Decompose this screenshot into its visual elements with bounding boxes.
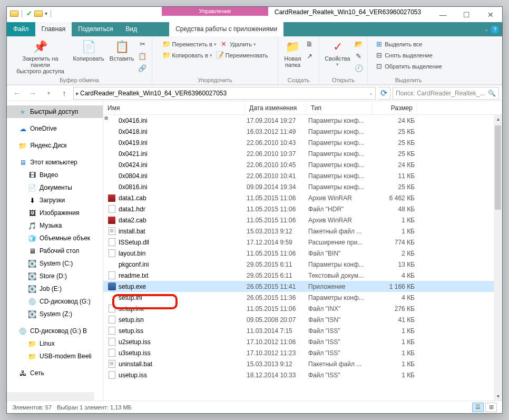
close-button[interactable]: ✕ [478,7,502,22]
file-row[interactable]: 0x0418.ini16.03.2012 11:49Параметры конф… [103,126,502,137]
file-row[interactable]: usetup.iss18.12.2014 10:33Файл "ISS"1 КБ [103,369,502,380]
tab-share[interactable]: Поделиться [72,22,119,36]
column-headers[interactable]: Имя Дата изменения Тип Размер [103,101,502,115]
easyaccess-button[interactable]: ↗ [305,51,314,62]
file-row[interactable]: data2.cab11.05.2015 11:06Архив WinRAR1 К… [103,214,502,226]
file-row[interactable]: data1.hdr11.05.2015 11:06Файл "HDR"48 КБ [103,203,502,214]
file-row[interactable]: setup.exe26.05.2015 11:41Приложение1 166… [103,281,502,292]
file-row[interactable]: 0x0416.ini17.09.2014 19:27Параметры конф… [103,115,502,126]
file-row[interactable]: layout.bin11.05.2015 11:06Файл "BIN"2 КБ [103,248,502,259]
edit-button[interactable]: ✎ [355,51,363,62]
invertselection-button[interactable]: ⊡Обратить выделение [375,61,442,72]
file-row[interactable]: uninstall.bat15.03.2013 9:12Пакетный фай… [103,358,502,369]
file-row[interactable]: 0x0424.ini22.06.2010 10:45Параметры конф… [103,159,502,170]
delete-button[interactable]: ✕Удалить ▾ [220,38,256,50]
col-type[interactable]: Тип [307,102,372,114]
pasteshortcut-button[interactable]: 🔗 [138,63,146,74]
file-row[interactable]: setup.iss11.03.2014 7:15Файл "ISS"1 КБ [103,325,502,336]
file-row[interactable]: ISSetup.dll17.12.2014 9:59Расширение при… [103,237,502,248]
nav-drive-c[interactable]: 💽System (C:) [7,257,103,270]
file-row[interactable]: data1.cab11.05.2015 11:06Архив WinRAR6 4… [103,192,502,203]
newitem-button[interactable]: 🗎 [305,38,314,50]
new-folder-icon[interactable] [34,11,43,17]
nav-onedrive[interactable]: ☁OneDrive [7,122,103,135]
nav-drive-z[interactable]: 💽System (Z:) [7,308,103,320]
nav-documents[interactable]: 📄Документы [7,181,103,194]
maximize-button[interactable]: ☐ [455,7,478,22]
tab-home[interactable]: Главная [35,22,72,36]
nav-desktop[interactable]: 🖥Рабочий стол [7,245,103,257]
nav-drive-e[interactable]: 💽Job (E:) [7,282,103,295]
file-row[interactable]: setup.inx11.05.2015 11:06Файл "INX"276 К… [103,303,502,314]
breadcrumb-bar[interactable]: ▸ CardReader_Realtek_Win10_64_VER6396002… [73,87,376,100]
newfolder-button[interactable]: 📁 Новая папка [283,38,302,69]
nav-hscrollbar[interactable] [7,392,94,401]
search-input[interactable]: Поиск: CardReader_Realtek_... 🔍 [393,87,499,100]
col-date[interactable]: Дата изменения [245,102,307,114]
selectnone-button[interactable]: ⊟Снять выделение [375,50,442,61]
col-name[interactable]: Имя [103,102,245,114]
nav-quick-access[interactable]: ★Быстрый доступ [7,105,103,118]
file-row[interactable]: 0x0421.ini22.06.2010 10:37Параметры конф… [103,148,502,159]
refresh-button[interactable]: ⟳ [378,87,390,100]
nav-videos[interactable]: 🎞Видео [7,169,103,181]
vscrollbar[interactable]: ▴ ▾ [494,115,502,401]
scroll-up-icon[interactable]: ▴ [494,115,502,123]
paste-button[interactable]: 📋 Вставить [109,38,135,63]
help-icon[interactable]: ? [491,25,499,34]
scroll-down-icon[interactable]: ▾ [494,392,502,401]
copypath-button[interactable]: 📋 [138,51,146,62]
nav-usbmodem[interactable]: 📁USB-modem Beeli [7,350,103,363]
rename-button[interactable]: 📝Переименовать [216,50,268,61]
breadcrumb-segment[interactable]: CardReader_Realtek_Win10_64_VER639600270… [80,90,227,97]
file-row[interactable]: u2setup.iss17.10.2012 11:06Файл "ISS"1 К… [103,336,502,347]
properties-check-icon[interactable]: ✓ [26,9,32,17]
col-size[interactable]: Размер [372,102,417,114]
nav-back-button[interactable]: ← [10,87,24,100]
nav-music[interactable]: 🎵Музыка [7,219,103,232]
nav-forward-button[interactable]: → [26,87,40,100]
breadcrumb-dropdown-icon[interactable]: ⌄ [369,90,373,96]
nav-drive-d[interactable]: 💽Store (D:) [7,270,103,282]
breadcrumb-root-icon[interactable]: ▸ [76,90,79,97]
copy-button[interactable]: 📄 Копировать [72,38,105,63]
file-row[interactable]: u3setup.iss17.10.2012 11:23Файл "ISS"1 К… [103,347,502,358]
thumbnails-view-button[interactable]: ⊞ [485,403,497,412]
properties-button[interactable]: ✓ Свойства ▾ [324,38,351,68]
nav-up-button[interactable]: ↑ [57,87,71,100]
nav-linux[interactable]: 📁Linux [7,337,103,350]
details-view-button[interactable]: ☰ [472,403,484,412]
file-row[interactable]: install.bat15.03.2013 9:12Пакетный файл … [103,226,502,237]
file-row[interactable]: setup.ini26.05.2015 11:36Параметры конф.… [103,292,502,303]
open-button[interactable]: 📂 [355,38,363,50]
scroll-thumb[interactable] [495,125,501,210]
nav-cd-g-root[interactable]: 💿CD-дисковод (G:) В [7,325,103,337]
nav-pictures[interactable]: 🖼Изображения [7,207,103,219]
history-button[interactable]: 🕘 [355,63,363,74]
copyto-button[interactable]: 📁Копировать в ▾ [162,50,212,61]
navigation-pane[interactable]: ★Быстрый доступ ☁OneDrive 📁Яндекс.Диск 🖥… [7,101,103,401]
nav-network[interactable]: 🖧Сеть [7,367,103,379]
tab-file[interactable]: Файл [7,22,35,36]
file-row[interactable]: 0x0804.ini22.06.2010 10:41Параметры конф… [103,170,502,181]
file-row[interactable]: pkgconf.ini29.05.2015 6:11Параметры конф… [103,259,502,270]
selectall-button[interactable]: ⊞Выделить все [375,38,442,50]
file-list[interactable]: 0x0416.ini17.09.2014 19:27Параметры конф… [103,115,502,401]
nav-history-dropdown[interactable]: ▾ [42,87,55,100]
cut-button[interactable]: ✂ [138,38,146,50]
tab-view[interactable]: Вид [119,22,143,36]
nav-yandex-disk[interactable]: 📁Яндекс.Диск [7,139,103,152]
nav-downloads[interactable]: ⬇Загрузки [7,194,103,207]
file-row[interactable]: 0x0419.ini22.06.2010 10:43Параметры конф… [103,137,502,148]
nav-this-pc[interactable]: 🖥Этот компьютер [7,156,103,169]
nav-cd-g[interactable]: 💿CD-дисковод (G:) [7,295,103,308]
file-row[interactable]: setup.isn09.05.2008 20:07Файл "ISN"41 КБ [103,314,502,325]
qat-dropdown-icon[interactable]: ▾ [45,11,47,16]
nav-3dobjects[interactable]: 🧊Объемные объек [7,232,103,245]
file-row[interactable]: readme.txt29.05.2015 6:11Текстовый докум… [103,270,502,281]
pin-to-quick-access-button[interactable]: 📌 Закрепить на панели быстрого доступа [12,38,69,75]
moveto-button[interactable]: 📁Переместить в ▾ [162,38,217,50]
ribbon-expand-icon[interactable]: ⌄ [484,26,488,32]
tab-apptools[interactable]: Средства работы с приложениями [169,22,283,36]
minimize-button[interactable]: — [431,7,455,22]
